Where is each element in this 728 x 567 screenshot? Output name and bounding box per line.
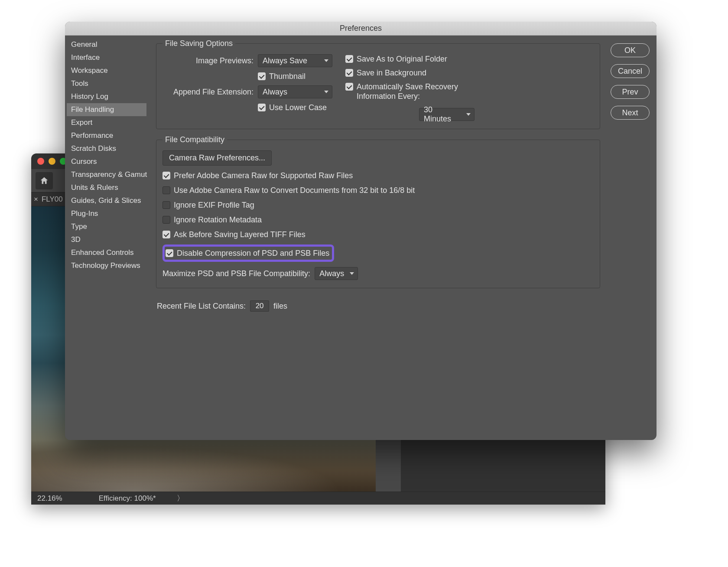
use-lower-case-checkbox[interactable]: Use Lower Case — [258, 103, 327, 112]
camera-raw-preferences-button[interactable]: Camera Raw Preferences... — [162, 150, 272, 166]
preferences-category-list: General Interface Workspace Tools Histor… — [65, 36, 148, 440]
dialog-button-column: OK Cancel Prev Next — [608, 36, 656, 440]
save-in-background-checkbox[interactable]: Save in Background — [345, 68, 594, 78]
cat-interface[interactable]: Interface — [67, 51, 146, 64]
cat-cursors[interactable]: Cursors — [67, 155, 146, 168]
cat-transparency-gamut[interactable]: Transparency & Gamut — [67, 168, 146, 181]
append-extension-select[interactable]: Always — [258, 85, 332, 98]
group-file-compatibility-legend: File Compatibility — [162, 135, 227, 144]
home-icon — [39, 176, 49, 186]
minimize-window-icon[interactable] — [49, 158, 55, 165]
recent-file-list-row: Recent File List Contains: files — [157, 300, 600, 312]
ask-tiff-checkbox[interactable]: Ask Before Saving Layered TIFF Files — [162, 230, 306, 239]
cat-workspace[interactable]: Workspace — [67, 64, 146, 77]
next-button[interactable]: Next — [611, 106, 650, 120]
document-tab-label[interactable]: FLY00 — [42, 195, 63, 204]
group-file-compatibility: File Compatibility Camera Raw Preference… — [156, 135, 600, 288]
zoom-value[interactable]: 22.16% — [31, 494, 68, 503]
close-window-icon[interactable] — [37, 158, 44, 165]
use-acr-convert-checkbox[interactable]: Use Adobe Camera Raw to Convert Document… — [162, 186, 415, 195]
cat-technology-previews[interactable]: Technology Previews — [67, 259, 146, 272]
group-file-saving-legend: File Saving Options — [162, 39, 235, 48]
prefer-acr-checkbox[interactable]: Prefer Adobe Camera Raw for Supported Ra… — [162, 171, 353, 180]
append-extension-label: Append File Extension: — [162, 88, 254, 97]
ignore-rotation-checkbox[interactable]: Ignore Rotation Metadata — [162, 215, 262, 225]
image-previews-select[interactable]: Always Save — [258, 54, 332, 67]
cancel-button[interactable]: Cancel — [611, 64, 650, 78]
cat-plug-ins[interactable]: Plug-Ins — [67, 207, 146, 220]
recovery-interval-select[interactable]: 30 Minutes — [419, 108, 474, 121]
cat-performance[interactable]: Performance — [67, 129, 146, 142]
recent-files-suffix: files — [273, 302, 287, 311]
status-bar: 22.16% Efficiency: 100%* 〉 — [31, 492, 605, 505]
cat-guides-grid-slices[interactable]: Guides, Grid & Slices — [67, 194, 146, 207]
cat-history-log[interactable]: History Log — [67, 90, 146, 103]
group-file-saving: File Saving Options Image Previews: Alwa… — [156, 39, 600, 129]
maximize-compat-label: Maximize PSD and PSB File Compatibility: — [162, 269, 310, 278]
disable-compression-checkbox[interactable]: Disable Compression of PSD and PSB Files — [166, 248, 329, 258]
cat-scratch-disks[interactable]: Scratch Disks — [67, 142, 146, 155]
cat-general[interactable]: General — [67, 38, 146, 51]
cat-3d[interactable]: 3D — [67, 233, 146, 246]
cat-file-handling[interactable]: File Handling — [67, 103, 146, 116]
ignore-exif-checkbox[interactable]: Ignore EXIF Profile Tag — [162, 200, 254, 210]
highlight-disable-compression: Disable Compression of PSD and PSB Files — [162, 244, 334, 262]
cat-type[interactable]: Type — [67, 220, 146, 233]
save-as-original-checkbox[interactable]: Save As to Original Folder — [345, 54, 594, 64]
settings-pane: File Saving Options Image Previews: Alwa… — [148, 36, 608, 440]
tab-close-icon[interactable]: × — [34, 195, 38, 204]
maximize-compat-select[interactable]: Always — [315, 267, 358, 280]
mac-traffic-lights — [37, 158, 67, 165]
auto-save-recovery-checkbox[interactable]: Automatically Save Recovery Information … — [345, 82, 594, 101]
cat-export[interactable]: Export — [67, 116, 146, 129]
efficiency-readout[interactable]: Efficiency: 100%* — [68, 494, 173, 503]
home-button[interactable] — [36, 172, 53, 189]
recent-files-input[interactable] — [250, 300, 269, 312]
cat-units-rulers[interactable]: Units & Rulers — [67, 181, 146, 194]
preferences-dialog: Preferences General Interface Workspace … — [65, 22, 656, 440]
thumbnail-checkbox[interactable]: Thumbnail — [258, 72, 306, 81]
dialog-title: Preferences — [65, 22, 656, 36]
prev-button[interactable]: Prev — [611, 85, 650, 99]
ok-button[interactable]: OK — [611, 43, 650, 57]
recent-files-label: Recent File List Contains: — [157, 302, 246, 311]
status-chevron-icon[interactable]: 〉 — [177, 493, 184, 503]
image-previews-label: Image Previews: — [162, 56, 254, 65]
cat-enhanced-controls[interactable]: Enhanced Controls — [67, 246, 146, 259]
cat-tools[interactable]: Tools — [67, 77, 146, 90]
